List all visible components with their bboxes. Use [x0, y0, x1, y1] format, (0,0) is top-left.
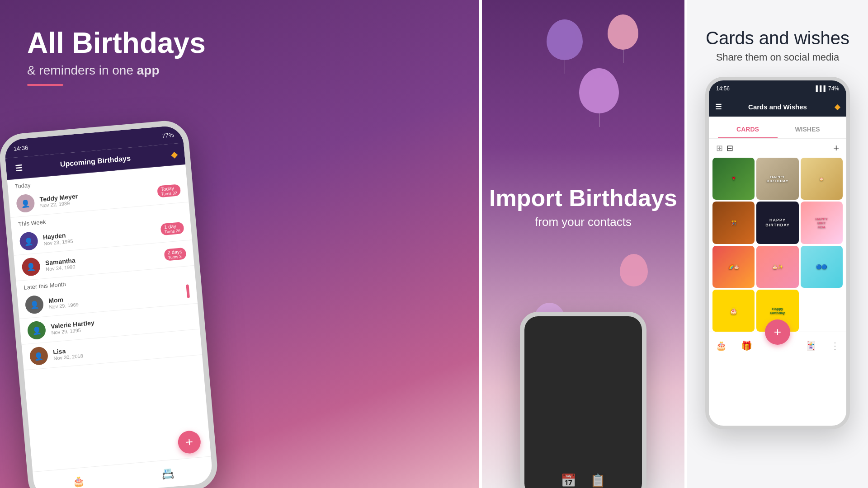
- right-subtitle: Share them on social media: [716, 52, 840, 63]
- badge-samantha: 2 daysTurns 3: [164, 248, 187, 261]
- calendar-icon-mid[interactable]: 📅: [561, 473, 576, 488]
- time-right: 14:56: [716, 85, 730, 92]
- card-thumb-4[interactable]: 🎊: [712, 202, 755, 244]
- badge-hayden: 1 dayTurns 26: [160, 222, 184, 235]
- phone-frame-left: 14:36 77% ☰ Upcoming Birthdays ◆ Today 👤…: [0, 119, 219, 488]
- card-thumb-7[interactable]: 🌈🎂: [712, 246, 755, 288]
- menu-icon-right[interactable]: ⋮: [830, 340, 840, 351]
- avatar-samantha: 👤: [21, 257, 41, 277]
- grid-controls: ⊞ ⊟ +: [709, 139, 846, 158]
- middle-panel: Import Birthdays from your contacts 📅 📋: [479, 0, 687, 488]
- nav-bar-right: ☰ Cards and Wishes ◆: [709, 97, 846, 117]
- card-thumb-1[interactable]: 🌹: [712, 158, 755, 200]
- badge-teddy: TodayTurns 32: [157, 184, 181, 197]
- contact-info-valerie: Valerie Hartley Nov 29, 1995: [51, 319, 95, 335]
- avatar-teddy: 👤: [16, 193, 35, 213]
- card-icon-right[interactable]: 🃏: [805, 340, 816, 351]
- right-panel: Cards and wishes Share them on social me…: [687, 0, 868, 488]
- card-thumb-2[interactable]: HAPPYBIRTHDAY: [756, 158, 798, 200]
- card-thumb-3[interactable]: 🎂: [801, 158, 843, 200]
- avatar-lisa: 👤: [29, 346, 48, 366]
- phone-mid-icons: 📅 📋: [561, 473, 606, 488]
- avatar-mom: 👤: [24, 295, 44, 314]
- tab-wishes[interactable]: WISHES: [778, 121, 837, 138]
- contact-info-teddy: Teddy Meyer Nov 22, 1989: [39, 192, 79, 208]
- card-thumb-8[interactable]: 🎂✨: [756, 246, 798, 288]
- cake-icon[interactable]: 🎂: [72, 475, 85, 488]
- phone-middle: 📅 📋: [520, 312, 646, 488]
- avatar-hayden: 👤: [19, 231, 38, 251]
- balloon-2: [608, 14, 638, 50]
- avatar-valerie: 👤: [27, 320, 46, 340]
- balloon-3: [579, 68, 619, 113]
- list-icon-mid[interactable]: 📋: [590, 473, 606, 488]
- middle-subtitle: from your contacts: [489, 215, 677, 229]
- gift-icon-right[interactable]: 🎁: [741, 340, 752, 351]
- screen-title-left: Upcoming Birthdays: [60, 154, 131, 169]
- grid-2-icon[interactable]: ⊞: [716, 143, 723, 153]
- gem-icon-left: ◆: [170, 149, 178, 160]
- card-thumb-5[interactable]: HAPPYBIRTHDAY: [756, 202, 798, 244]
- fab-button-right[interactable]: +: [765, 319, 790, 345]
- grid-3-icon[interactable]: ⊟: [726, 143, 733, 153]
- phone-mid-content: 📅 📋: [524, 316, 642, 488]
- indicator-mom: [186, 284, 190, 298]
- time-left: 14:36: [13, 144, 28, 152]
- phone-left: 14:36 77% ☰ Upcoming Birthdays ◆ Today 👤…: [14, 127, 203, 488]
- bottom-bar-right: + 🎂 🎁 🃏 ⋮: [709, 332, 846, 359]
- left-panel: All Birthdays & reminders in one app 14:…: [0, 0, 479, 488]
- battery-right: 74%: [828, 85, 839, 92]
- hamburger-icon-right[interactable]: ☰: [715, 103, 722, 111]
- card-thumb-6[interactable]: HAPPYBIRTHDA: [801, 202, 843, 244]
- gem-icon-right: ◆: [835, 103, 840, 111]
- contacts-icon[interactable]: 📇: [161, 467, 174, 480]
- contact-info-samantha: Samantha Nov 24, 1990: [45, 257, 76, 272]
- left-subtitle: & reminders in one app: [27, 63, 160, 78]
- cake-icon-right[interactable]: 🎂: [716, 340, 727, 351]
- phone-right: 14:56 ▐▐▐ 74% ☰ Cards and Wishes ◆ CARDS…: [705, 77, 850, 429]
- status-bar-right: 14:56 ▐▐▐ 74%: [709, 80, 846, 97]
- signal-icon-right: ▐▐▐: [814, 85, 826, 92]
- balloon-1: [547, 19, 583, 60]
- middle-text-block: Import Birthdays from your contacts: [489, 185, 677, 229]
- hamburger-icon[interactable]: ☰: [15, 163, 23, 173]
- phone-content-left: Today 👤 Teddy Meyer Nov 22, 1989 TodayTu…: [7, 164, 212, 475]
- contact-info-lisa: Lisa Nov 30, 2018: [53, 346, 84, 361]
- card-thumb-9[interactable]: 🔵🔵: [801, 246, 843, 288]
- balloon-4: [620, 254, 648, 286]
- cards-grid: 🌹 HAPPYBIRTHDAY 🎂 🎊 HAPPYBIRTHDAY HAPPYB…: [709, 158, 846, 332]
- card-thumb-10[interactable]: 🎂: [712, 290, 755, 332]
- accent-underline: [27, 84, 63, 86]
- add-card-icon[interactable]: +: [833, 142, 839, 154]
- tabs-right: CARDS WISHES: [709, 121, 846, 139]
- contact-info-mom: Mom Nov 29, 1969: [48, 295, 79, 310]
- contact-info-hayden: Hayden Nov 23, 1995: [42, 231, 73, 246]
- phone-frame-mid: 📅 📋: [520, 312, 646, 488]
- battery-left: 77%: [162, 131, 174, 139]
- screen-title-right: Cards and Wishes: [748, 103, 807, 111]
- tab-cards[interactable]: CARDS: [718, 121, 778, 138]
- right-title: Cards and wishes: [706, 27, 849, 49]
- left-title: All Birthdays: [27, 27, 206, 59]
- middle-title: Import Birthdays: [489, 185, 677, 211]
- status-icons-right: ▐▐▐ 74%: [814, 85, 839, 92]
